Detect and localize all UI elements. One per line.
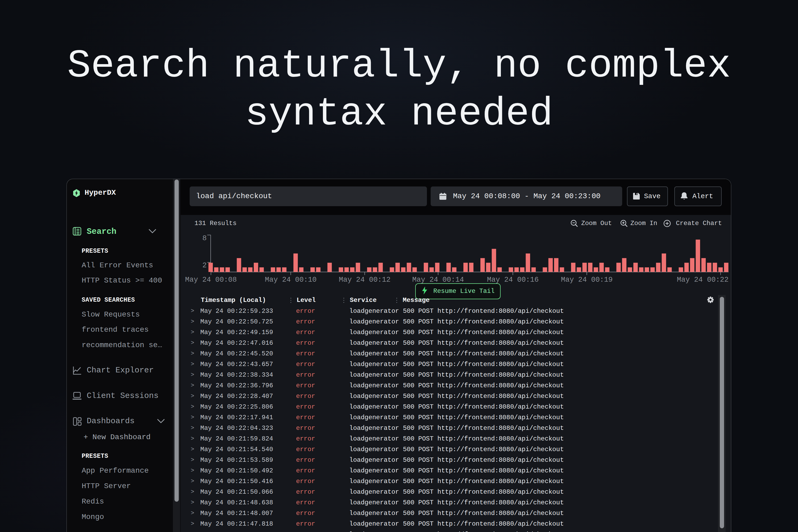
svg-text:8: 8 bbox=[203, 234, 207, 242]
svg-text:May 24 00:10: May 24 00:10 bbox=[265, 276, 317, 284]
svg-text:May 24 00:12: May 24 00:12 bbox=[339, 276, 391, 284]
svg-text:May 24 00:14: May 24 00:14 bbox=[412, 276, 464, 284]
svg-text:May 24 00:08: May 24 00:08 bbox=[185, 276, 237, 284]
svg-text:May 24 00:19: May 24 00:19 bbox=[561, 276, 613, 284]
svg-text:2: 2 bbox=[203, 262, 207, 269]
svg-text:May 24 00:16: May 24 00:16 bbox=[487, 276, 539, 284]
svg-text:May 24 00:22: May 24 00:22 bbox=[677, 276, 728, 284]
